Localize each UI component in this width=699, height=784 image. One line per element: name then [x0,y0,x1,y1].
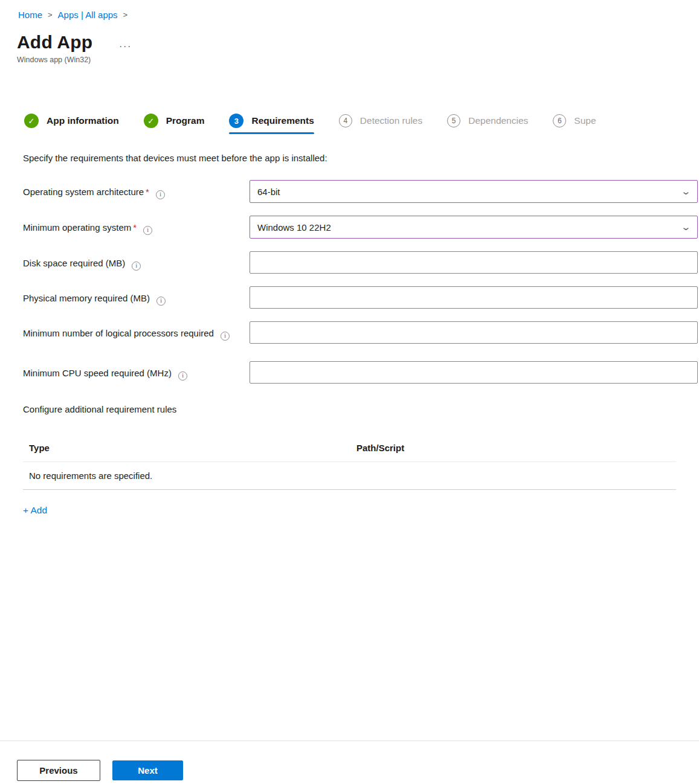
table-empty-message: No requirements are specified. [23,462,676,490]
step-number-icon: 6 [553,114,566,127]
step-app-information[interactable]: ✓ App information [24,114,119,128]
table-header-row: Type Path/Script [23,443,676,462]
add-requirement-link[interactable]: + Add [23,505,47,516]
page-subtitle: Windows app (Win32) [17,56,699,64]
form-row-disk-space: Disk space required (MB) i [23,251,699,274]
column-header-path-script: Path/Script [356,443,676,453]
chevron-down-icon: ⌄ [681,222,692,233]
field-label-text: Minimum CPU speed required (MHz) [23,368,172,378]
form-row-physical-memory: Physical memory required (MB) i [23,286,699,309]
field-label: Operating system architecture* i [23,180,250,199]
breadcrumb-separator-icon: > [123,10,128,19]
page-title: Add App [17,32,92,53]
field-label: Minimum number of logical processors req… [23,321,250,341]
required-marker: * [133,222,137,233]
wizard-footer: Previous Next [0,741,699,784]
minimum-os-dropdown[interactable]: Windows 10 22H2 ⌄ [250,216,698,239]
form-row-cpu-speed: Minimum CPU speed required (MHz) i [23,361,699,384]
field-label-text: Minimum operating system [23,222,131,233]
step-detection-rules[interactable]: 4 Detection rules [339,114,422,127]
field-label: Minimum CPU speed required (MHz) i [23,361,250,381]
info-icon[interactable]: i [178,371,187,381]
breadcrumb: Home > Apps | All apps > [0,0,699,20]
dropdown-selected-value: Windows 10 22H2 [257,222,331,233]
info-icon[interactable]: i [156,190,165,199]
step-number-icon: 3 [229,114,243,128]
field-label-text: Physical memory required (MB) [23,293,150,303]
requirements-form: Operating system architecture* i 64-bit … [23,180,699,384]
column-header-type: Type [29,443,356,453]
breadcrumb-link-all-apps[interactable]: Apps | All apps [58,10,118,20]
form-row-os-architecture: Operating system architecture* i 64-bit … [23,180,699,203]
step-label: Program [166,115,205,126]
step-label: App information [47,115,119,126]
form-row-logical-processors: Minimum number of logical processors req… [23,321,699,344]
os-architecture-dropdown[interactable]: 64-bit ⌄ [250,180,698,203]
step-label: Dependencies [468,115,528,126]
step-requirements[interactable]: 3 Requirements [229,114,314,128]
field-label: Physical memory required (MB) i [23,286,250,306]
disk-space-input[interactable] [250,251,698,274]
previous-button[interactable]: Previous [17,760,100,781]
field-label-text: Minimum number of logical processors req… [23,328,214,338]
info-icon[interactable]: i [156,297,166,306]
requirements-intro-text: Specify the requirements that devices mu… [23,153,699,163]
next-button[interactable]: Next [112,760,183,780]
additional-rules-heading: Configure additional requirement rules [23,404,699,414]
step-number-icon: 4 [339,114,352,127]
check-circle-icon: ✓ [24,114,39,128]
field-label-text: Disk space required (MB) [23,258,125,268]
step-label: Requirements [251,115,314,126]
wizard-steps: ✓ App information ✓ Program 3 Requiremen… [24,114,699,128]
field-label-text: Operating system architecture [23,187,144,197]
field-label: Disk space required (MB) i [23,251,250,271]
dropdown-selected-value: 64-bit [257,187,280,197]
logical-processors-input[interactable] [250,321,698,344]
cpu-speed-input[interactable] [250,361,698,384]
field-label: Minimum operating system* i [23,216,250,235]
context-menu-ellipsis-icon[interactable]: ··· [119,35,132,50]
physical-memory-input[interactable] [250,286,698,309]
step-supersedence[interactable]: 6 Supe [553,114,596,127]
step-dependencies[interactable]: 5 Dependencies [447,114,528,127]
breadcrumb-link-home[interactable]: Home [18,10,42,20]
info-icon[interactable]: i [143,226,152,235]
step-label: Supe [574,115,596,126]
info-icon[interactable]: i [221,332,230,341]
requirement-rules-table: Type Path/Script No requirements are spe… [23,443,676,490]
chevron-down-icon: ⌄ [681,186,692,197]
form-row-minimum-os: Minimum operating system* i Windows 10 2… [23,216,699,239]
step-label: Detection rules [360,115,422,126]
step-number-icon: 5 [447,114,460,127]
breadcrumb-separator-icon: > [48,10,53,19]
step-program[interactable]: ✓ Program [144,114,205,128]
info-icon[interactable]: i [132,262,141,271]
required-marker: * [146,187,149,197]
check-circle-icon: ✓ [144,114,158,128]
